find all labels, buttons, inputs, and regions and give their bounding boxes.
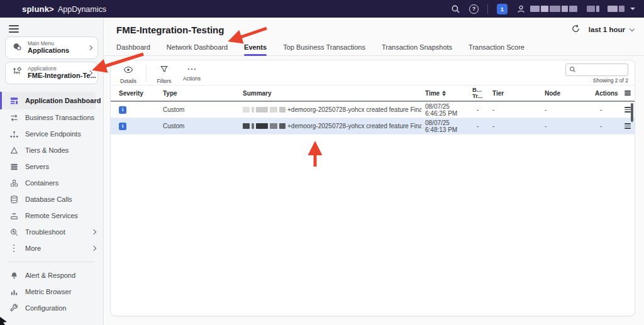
tab-label: Events xyxy=(244,43,267,51)
tab-events[interactable]: Events xyxy=(244,39,267,55)
tab-transaction-snapshots[interactable]: Transaction Snapshots xyxy=(382,39,452,55)
sidebar-item-troubleshoot[interactable]: Troubleshoot xyxy=(0,224,103,240)
app-card-label: FME-Integration-Te... xyxy=(28,72,83,80)
col-business-transaction[interactable]: B... Tr... xyxy=(472,87,488,100)
user-menu[interactable] xyxy=(516,4,635,14)
sidebar-item-label: Containers xyxy=(25,179,58,187)
row-summary: +demoorg-20250728-yohcx created feature … xyxy=(243,123,425,129)
info-severity-icon[interactable] xyxy=(119,123,126,130)
tab-transaction-score[interactable]: Transaction Score xyxy=(469,39,525,55)
sidebar-item-remote-services[interactable]: Remote Services xyxy=(0,207,103,224)
sidebar-item-servers[interactable]: Servers xyxy=(0,158,103,175)
col-actions[interactable]: Actions xyxy=(595,90,620,97)
hamburger-menu-icon[interactable] xyxy=(9,25,19,33)
endpoints-icon xyxy=(9,129,19,139)
sidebar-item-label: More xyxy=(25,245,41,252)
sidebar-item-label: Tiers & Nodes xyxy=(25,146,69,154)
row-tier: - xyxy=(488,106,545,113)
content-header: FME-Integration-Testing last 1 hour xyxy=(104,18,644,39)
col-summary[interactable]: Summary xyxy=(243,90,425,97)
info-severity-icon[interactable] xyxy=(119,106,126,114)
redacted-text xyxy=(279,123,286,129)
sidebar-item-configuration[interactable]: Configuration xyxy=(0,300,103,316)
main-menu-card[interactable]: Main Menu Applications xyxy=(5,36,98,59)
sidebar-item-database-calls[interactable]: Database Calls xyxy=(0,191,103,207)
more-icon xyxy=(9,245,19,253)
row-tier: - xyxy=(488,123,545,129)
details-button[interactable]: Details xyxy=(114,63,142,84)
sidebar-item-metric-browser[interactable]: Metric Browser xyxy=(0,284,103,300)
sidebar-item-label: Configuration xyxy=(25,304,66,312)
col-tier[interactable]: Tier xyxy=(488,90,545,97)
actions-button[interactable]: Actions xyxy=(178,63,206,82)
sidebar-item-label: Application Dashboard xyxy=(25,97,101,104)
sidebar-item-service-endpoints[interactable]: Service Endpoints xyxy=(0,126,103,142)
sidebar-divider xyxy=(9,262,94,262)
main-content: FME-Integration-Testing last 1 hour Dash… xyxy=(104,18,644,325)
tab-label: Transaction Snapshots xyxy=(382,43,452,51)
metrics-icon xyxy=(9,287,19,297)
remote-services-icon xyxy=(9,211,19,221)
refresh-icon[interactable] xyxy=(571,24,580,36)
application-switcher-card[interactable]: Applications FME-Integration-Te... xyxy=(5,62,98,84)
sort-icon xyxy=(442,91,446,96)
redacted-text xyxy=(252,107,254,113)
main-menu-icon xyxy=(11,41,23,55)
filter-icon xyxy=(160,65,169,76)
column-settings-icon[interactable] xyxy=(625,91,631,96)
row-menu-icon[interactable] xyxy=(625,107,631,112)
main-menu-eyebrow: Main Menu xyxy=(28,40,69,47)
redacted-username xyxy=(530,6,577,12)
chevron-right-icon xyxy=(91,229,96,234)
filters-button[interactable]: Filters xyxy=(150,63,178,84)
table-row[interactable]: Custom +demoorg-20250728-yohcx created f… xyxy=(111,118,635,135)
tab-dashboard[interactable]: Dashboard xyxy=(116,39,150,55)
toolbar-divider xyxy=(146,65,147,82)
sidebar-item-label: Metric Browser xyxy=(25,288,71,295)
brand-logo: splunk> AppDynamics xyxy=(22,4,106,14)
sidebar-item-alert-respond[interactable]: Alert & Respond xyxy=(0,267,103,284)
redacted-text xyxy=(279,107,286,113)
table-search[interactable] xyxy=(565,63,628,76)
details-label: Details xyxy=(120,78,136,84)
sidebar-item-tiers-nodes[interactable]: Tiers & Nodes xyxy=(0,142,103,158)
brand-appdynamics: AppDynamics xyxy=(58,5,106,14)
row-bt: - xyxy=(472,123,488,129)
table-row[interactable]: Custom +demoorg-20250728-yohcx created f… xyxy=(111,102,635,118)
redacted-text xyxy=(243,107,250,113)
topbar: splunk> AppDynamics 1 xyxy=(0,0,644,18)
tab-label: Network Dashboard xyxy=(167,43,228,51)
sidebar-item-business-transactions[interactable]: Business Transactions xyxy=(0,109,103,126)
col-severity[interactable]: Severity xyxy=(111,90,163,97)
notification-badge[interactable]: 1 xyxy=(497,4,508,14)
chevron-down-icon xyxy=(630,26,635,31)
col-bt-line2: Tr... xyxy=(472,93,488,99)
page-title: FME-Integration-Testing xyxy=(116,25,224,35)
sidebar-item-more[interactable]: More xyxy=(0,240,103,256)
search-icon[interactable] xyxy=(451,4,460,14)
row-menu-icon[interactable] xyxy=(625,123,631,128)
showing-count: Showing 2 of 2 xyxy=(593,77,628,84)
chevron-right-icon xyxy=(91,246,96,251)
row-time: 08/07/25 6:46:25 PM xyxy=(425,103,472,117)
tab-network-dashboard[interactable]: Network Dashboard xyxy=(167,39,228,55)
brand-splunk: splunk> xyxy=(22,4,54,14)
help-icon[interactable] xyxy=(469,4,479,14)
table-header: Severity Type Summary Time B... Tr... Ti… xyxy=(111,85,635,102)
col-node[interactable]: Node xyxy=(545,90,595,97)
sidebar-item-label: Servers xyxy=(25,163,49,170)
sidebar-item-application-dashboard[interactable]: Application Dashboard xyxy=(0,92,96,109)
tab-top-business-transactions[interactable]: Top Business Transactions xyxy=(283,39,365,55)
sidebar-item-label: Remote Services xyxy=(25,212,78,219)
col-time[interactable]: Time xyxy=(425,90,472,97)
sidebar-item-containers[interactable]: Containers xyxy=(0,175,103,191)
col-type[interactable]: Type xyxy=(163,90,243,97)
person-icon xyxy=(516,4,526,14)
database-icon xyxy=(9,195,19,204)
events-toolbar: Details Filters Actions xyxy=(111,60,635,85)
ellipsis-icon xyxy=(188,65,196,74)
time-range-label: last 1 hour xyxy=(589,26,625,33)
search-input[interactable] xyxy=(579,67,625,74)
table-scrollbar[interactable] xyxy=(631,103,633,122)
time-range-selector[interactable]: last 1 hour xyxy=(589,26,634,33)
